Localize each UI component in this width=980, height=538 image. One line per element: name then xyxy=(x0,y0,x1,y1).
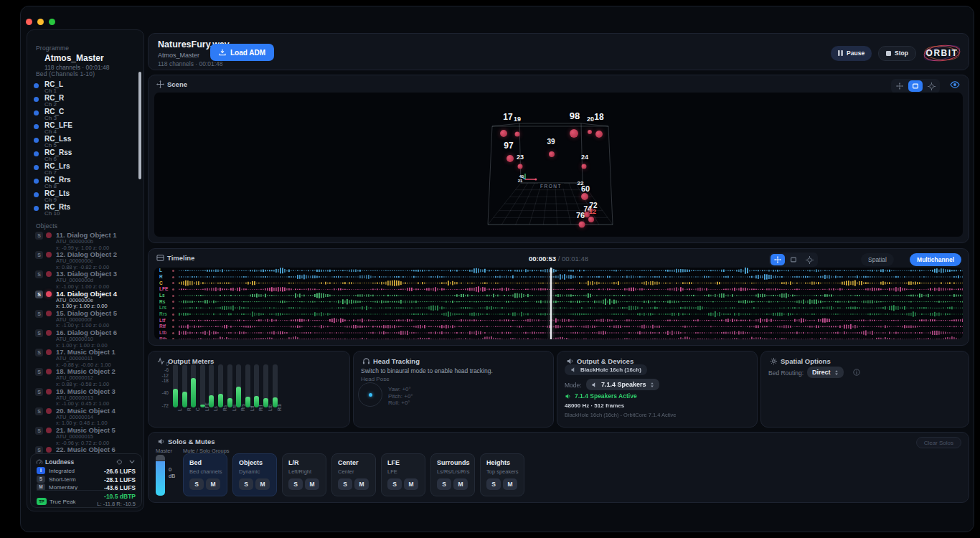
bed-channel-item[interactable]: RC_RCh 2 xyxy=(27,94,143,108)
solo-button[interactable]: S xyxy=(437,478,451,490)
solo-group-card[interactable]: CenterCenterSM xyxy=(331,453,376,496)
bed-channel-item[interactable]: RC_CCh 3 xyxy=(27,108,143,121)
move-icon xyxy=(156,80,164,88)
solo-button[interactable]: S xyxy=(239,478,253,490)
solo-button[interactable]: S xyxy=(338,478,352,490)
channel-label: L xyxy=(159,268,162,273)
scene-object-dot[interactable] xyxy=(515,132,520,137)
scene-object-dot[interactable] xyxy=(595,131,603,138)
object-item[interactable]: S20. Music Object 4ATU_00000014x: 1.00 y… xyxy=(27,407,143,426)
close-button[interactable] xyxy=(26,19,32,25)
object-item[interactable]: S18. Music Object 2ATU_00000012x: 0.88 y… xyxy=(27,367,143,387)
object-solo-button[interactable]: S xyxy=(35,329,43,337)
tab-spatial[interactable]: Spatial xyxy=(861,253,894,266)
bed-channel-item[interactable]: RC_RtsCh 10 xyxy=(27,203,143,217)
scene-object-dot[interactable] xyxy=(570,129,578,138)
mute-button[interactable]: M xyxy=(305,478,319,490)
mute-button[interactable]: M xyxy=(404,478,418,490)
solo-group-card[interactable]: LFELFESM xyxy=(381,453,425,496)
mute-button[interactable]: M xyxy=(206,478,220,490)
object-solo-button[interactable]: S xyxy=(35,232,43,240)
object-item[interactable]: S11. Dialog Object 1ATU_0000000bx: -0.99… xyxy=(27,231,143,250)
object-solo-button[interactable]: S xyxy=(35,270,43,278)
target-tool-button[interactable] xyxy=(802,254,816,265)
mute-button[interactable]: M xyxy=(453,478,468,490)
scene-object-dot[interactable] xyxy=(518,164,523,169)
solo-button[interactable]: S xyxy=(387,478,402,490)
bed-routing-select[interactable]: Direct xyxy=(807,367,844,378)
scene-viewport[interactable]: FRONT 1719982018399723242260727412764521 xyxy=(154,93,963,237)
eye-icon[interactable] xyxy=(950,81,960,88)
solo-group-card[interactable]: L/RLeft/RightSM xyxy=(282,453,326,496)
object-item[interactable]: S14. Dialog Object 4ATU_0000000ex: 1.00 … xyxy=(27,290,143,309)
sidebar-scroll-area[interactable]: Programme Atmos_Master 118 channels · 00… xyxy=(27,30,143,453)
object-solo-button[interactable]: S xyxy=(35,407,43,415)
object-item[interactable]: S19. Music Object 3ATU_00000013x: -1.00 … xyxy=(27,387,143,407)
timeline-viewport[interactable]: LRCLFELsRsLrsRrsLtfRtfLtbRtb xyxy=(154,268,963,339)
load-adm-button[interactable]: Load ADM xyxy=(210,44,274,61)
scene-object-dot[interactable] xyxy=(581,193,588,200)
scene-object-dot[interactable] xyxy=(582,164,587,169)
bed-channel-item[interactable]: RC_LtsCh 9 xyxy=(27,189,143,203)
bed-channel-item[interactable]: RC_LFECh 4 xyxy=(27,121,143,135)
frame-tool-button[interactable] xyxy=(786,254,801,265)
move-tool-button[interactable] xyxy=(892,80,907,92)
scene-object-dot[interactable] xyxy=(579,222,585,228)
scene-object-dot[interactable] xyxy=(500,130,507,137)
scene-object-dot[interactable] xyxy=(549,151,555,157)
object-item[interactable]: S16. Dialog Object 6ATU_00000010x: 1.00 … xyxy=(27,329,143,348)
sidebar-scrollbar[interactable] xyxy=(138,72,141,179)
object-solo-button[interactable]: S xyxy=(35,251,43,259)
mute-button[interactable]: M xyxy=(354,478,369,490)
output-mode-select[interactable]: 7.1.4 Speakers xyxy=(586,379,659,390)
frame-tool-button[interactable] xyxy=(908,80,923,92)
bed-channel-item[interactable]: RC_RssCh 6 xyxy=(27,148,143,162)
object-solo-button[interactable]: S xyxy=(35,310,43,318)
solo-group-desc: LFE xyxy=(387,468,397,475)
minimize-button[interactable] xyxy=(37,19,44,25)
solo-group-card[interactable]: SurroundsLs/Rs/Lrs/RrsSM xyxy=(430,453,475,496)
chevron-down-icon[interactable] xyxy=(129,460,135,463)
mute-button[interactable]: M xyxy=(255,478,270,490)
object-item[interactable]: S21. Music Object 5ATU_00000015x: -0.96 … xyxy=(27,426,143,445)
master-fader-handle[interactable] xyxy=(156,455,165,461)
move-tool-button[interactable] xyxy=(771,254,785,265)
object-solo-button[interactable]: S xyxy=(35,349,43,357)
object-item[interactable]: S17. Music Object 1ATU_00000011x: -0.88 … xyxy=(27,348,143,367)
object-solo-button[interactable]: S xyxy=(35,368,43,376)
scene-object-dot[interactable] xyxy=(507,155,514,162)
zoom-button[interactable] xyxy=(49,19,55,25)
mute-button[interactable]: M xyxy=(503,478,517,490)
solo-group-card[interactable]: HeightsTop speakersSM xyxy=(480,453,524,496)
reset-icon[interactable] xyxy=(116,458,123,466)
bed-channel-item[interactable]: RC_LrsCh 7 xyxy=(27,162,143,176)
object-item[interactable]: S15. Dialog Object 5ATU_0000000fx: -1.00… xyxy=(27,309,143,329)
solo-group-card[interactable]: ObjectsDynamicSM xyxy=(232,453,277,496)
solo-button[interactable]: S xyxy=(486,478,501,490)
solo-button[interactable]: S xyxy=(288,478,303,490)
bed-channel-item[interactable]: RC_LssCh 5 xyxy=(27,135,143,148)
scene-object-dot[interactable] xyxy=(588,130,592,134)
bed-channel-item[interactable]: RC_LCh 1 xyxy=(27,80,143,94)
object-solo-button[interactable]: S xyxy=(35,291,43,298)
waveform-canvas[interactable] xyxy=(177,268,963,339)
solo-button[interactable]: S xyxy=(189,478,204,490)
object-solo-button[interactable]: S xyxy=(35,427,43,435)
scene-object-dot[interactable] xyxy=(588,217,594,222)
device-badge[interactable]: BlackHole 16ch (16ch) xyxy=(565,364,647,375)
channel-label: C xyxy=(159,280,163,285)
master-fader[interactable] xyxy=(156,455,165,496)
clear-solos-button[interactable]: Clear Solos xyxy=(916,437,961,448)
object-item[interactable]: S13. Dialog Object 3ATU_0000000dx: -1.00… xyxy=(27,270,143,289)
tab-multichannel[interactable]: Multichannel xyxy=(910,253,961,266)
solo-group-card[interactable]: BedBed channelsSM xyxy=(183,453,227,496)
object-item[interactable]: S12. Dialog Object 2ATU_0000000cx: 0.88 … xyxy=(27,250,143,270)
info-icon[interactable] xyxy=(853,369,860,376)
channel-number: Ch 5 xyxy=(44,142,57,148)
timeline-playhead[interactable] xyxy=(550,268,552,339)
stop-button[interactable]: Stop xyxy=(878,46,916,61)
target-tool-button[interactable] xyxy=(924,80,938,92)
bed-channel-item[interactable]: RC_RrsCh 8 xyxy=(27,176,143,189)
pause-button[interactable]: Pause xyxy=(831,46,872,61)
object-solo-button[interactable]: S xyxy=(35,388,43,396)
